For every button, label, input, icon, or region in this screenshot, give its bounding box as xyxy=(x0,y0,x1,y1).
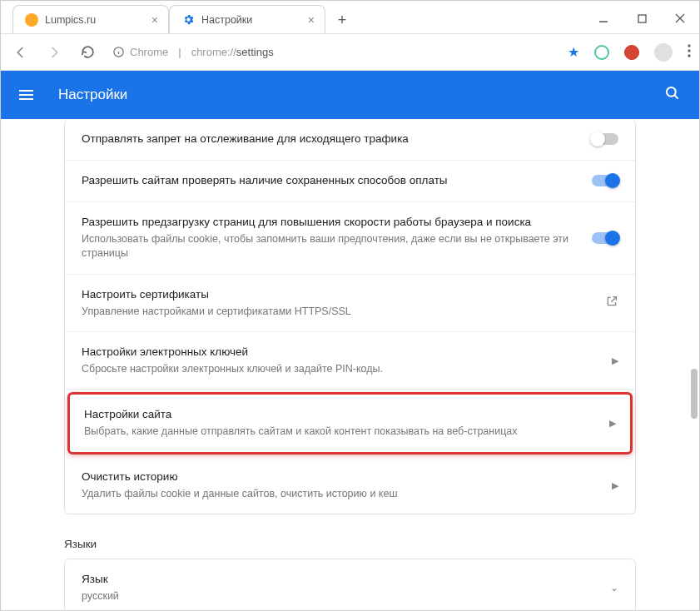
svg-point-10 xyxy=(667,87,676,97)
search-icon[interactable] xyxy=(664,85,681,105)
row-certificates[interactable]: Настроить сертификаты Управление настрой… xyxy=(65,275,635,332)
row-language[interactable]: Язык русский ⌄ xyxy=(65,559,635,611)
setting-sublabel: Удалить файлы cookie и данные сайтов, оч… xyxy=(82,487,600,502)
setting-label: Отправлять запрет на отслеживание для ис… xyxy=(82,132,580,147)
chevron-down-icon: ⌄ xyxy=(610,582,618,594)
setting-sublabel: Управление настройками и сертификатами H… xyxy=(82,305,593,320)
hamburger-menu-icon[interactable] xyxy=(19,90,33,100)
scrollbar-thumb[interactable] xyxy=(691,369,698,419)
gear-icon xyxy=(181,13,195,27)
tab-title: Lumpics.ru xyxy=(45,14,96,26)
bookmark-star-icon[interactable]: ★ xyxy=(568,44,579,60)
favicon-lumpics-icon xyxy=(25,13,38,27)
languages-card: Язык русский ⌄ xyxy=(64,559,636,611)
svg-point-7 xyxy=(688,44,690,47)
tab-lumpics[interactable]: Lumpics.ru × xyxy=(12,5,169,33)
section-languages-label: Языки xyxy=(64,538,636,550)
setting-sublabel: Сбросьте настройки электронных ключей и … xyxy=(82,362,600,377)
page-title: Настройки xyxy=(58,87,127,103)
settings-header: Настройки xyxy=(1,71,699,119)
chevron-right-icon: ▶ xyxy=(609,418,616,429)
maximize-button[interactable] xyxy=(630,7,653,30)
setting-label: Настроить сертификаты xyxy=(82,287,593,303)
setting-label: Разрешить предзагрузку страниц для повыш… xyxy=(82,215,580,231)
setting-label: Язык xyxy=(82,572,598,588)
minimize-button[interactable] xyxy=(592,7,615,30)
extension-icon[interactable] xyxy=(594,45,609,60)
tab-settings[interactable]: Настройки × xyxy=(169,5,325,33)
setting-sublabel: Использовать файлы cookie, чтобы запомни… xyxy=(82,232,580,261)
privacy-card: Отправлять запрет на отслеживание для ис… xyxy=(64,119,636,514)
new-tab-button[interactable]: + xyxy=(330,8,354,32)
toggle-payment-methods[interactable] xyxy=(592,175,618,186)
setting-label: Настройки электронных ключей xyxy=(82,345,600,360)
opera-icon[interactable] xyxy=(624,45,639,60)
svg-rect-1 xyxy=(638,15,646,22)
external-link-icon xyxy=(605,295,618,311)
row-clear-history[interactable]: Очистить историю Удалить файлы cookie и … xyxy=(65,457,635,514)
address-bar[interactable]: Chrome | chrome://settings xyxy=(109,46,274,58)
setting-sublabel: русский xyxy=(82,589,598,604)
toggle-do-not-track[interactable] xyxy=(592,133,618,145)
toolbar: Chrome | chrome://settings ★ xyxy=(1,34,699,71)
kebab-menu-icon[interactable] xyxy=(688,44,691,61)
row-preload[interactable]: Разрешить предзагрузку страниц для повыш… xyxy=(65,202,635,275)
row-do-not-track[interactable]: Отправлять запрет на отслеживание для ис… xyxy=(65,119,635,161)
svg-point-8 xyxy=(688,49,690,52)
forward-button[interactable] xyxy=(42,41,66,64)
close-tab-icon[interactable]: × xyxy=(308,13,315,27)
address-url: chrome://settings xyxy=(191,46,274,58)
row-security-keys[interactable]: Настройки электронных ключей Сбросьте на… xyxy=(65,332,635,390)
setting-sublabel: Выбрать, какие данные отправлять сайтам … xyxy=(84,425,598,440)
row-site-settings[interactable]: Настройки сайта Выбрать, какие данные от… xyxy=(67,392,633,454)
settings-content: Отправлять запрет на отслеживание для ис… xyxy=(1,119,699,611)
chevron-right-icon: ▶ xyxy=(612,480,618,491)
tab-title: Настройки xyxy=(201,14,252,26)
close-window-button[interactable] xyxy=(668,7,692,30)
svg-point-9 xyxy=(688,54,690,57)
svg-line-11 xyxy=(675,96,678,99)
row-payment-methods[interactable]: Разрешить сайтам проверять наличие сохра… xyxy=(65,161,635,202)
setting-label: Очистить историю xyxy=(82,469,600,485)
address-scheme: Chrome xyxy=(130,46,168,58)
toggle-preload[interactable] xyxy=(592,232,618,244)
setting-label: Настройки сайта xyxy=(84,407,598,423)
close-tab-icon[interactable]: × xyxy=(151,13,158,27)
setting-label: Разрешить сайтам проверять наличие сохра… xyxy=(82,173,580,189)
info-icon xyxy=(112,46,125,58)
back-button[interactable] xyxy=(9,41,32,64)
chevron-right-icon: ▶ xyxy=(612,355,618,366)
reload-button[interactable] xyxy=(76,41,99,64)
profile-avatar[interactable] xyxy=(654,43,673,62)
